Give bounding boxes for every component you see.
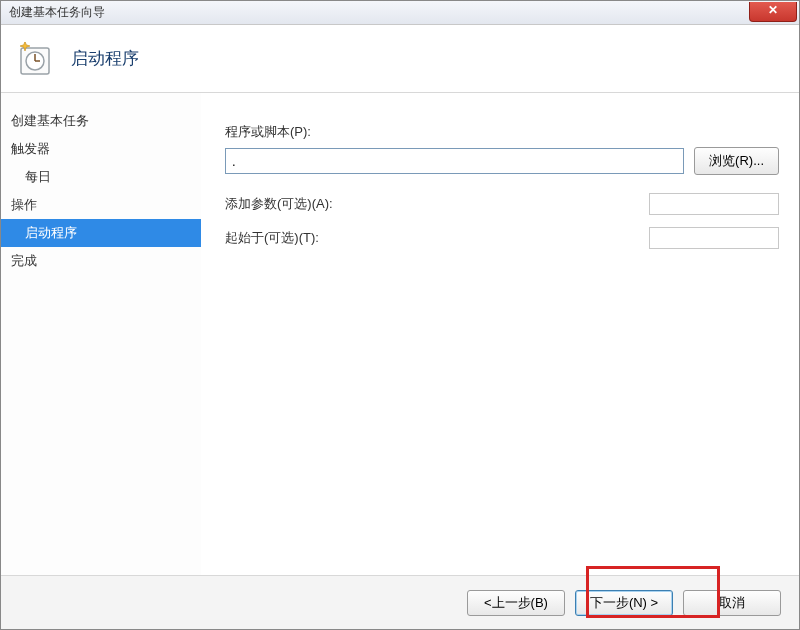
startin-label: 起始于(可选)(T): — [225, 229, 319, 247]
page-title: 启动程序 — [71, 47, 139, 70]
wizard-window: 创建基本任务向导 ✕ 启动程序 创建基本任务 触发器 每日 操作 启动程序 — [0, 0, 800, 630]
step-action: 操作 — [1, 191, 201, 219]
wizard-steps: 创建基本任务 触发器 每日 操作 启动程序 完成 — [1, 93, 201, 575]
step-trigger: 触发器 — [1, 135, 201, 163]
close-icon: ✕ — [768, 3, 778, 17]
cancel-button[interactable]: 取消 — [683, 590, 781, 616]
args-input[interactable] — [649, 193, 779, 215]
args-label: 添加参数(可选)(A): — [225, 195, 333, 213]
script-input[interactable] — [225, 148, 684, 174]
wizard-header: 启动程序 — [1, 25, 799, 93]
script-label: 程序或脚本(P): — [225, 123, 779, 141]
startin-input[interactable] — [649, 227, 779, 249]
back-button[interactable]: <上一步(B) — [467, 590, 565, 616]
browse-button[interactable]: 浏览(R)... — [694, 147, 779, 175]
step-create-task: 创建基本任务 — [1, 107, 201, 135]
window-title: 创建基本任务向导 — [9, 4, 105, 21]
wizard-body: 创建基本任务 触发器 每日 操作 启动程序 完成 程序或脚本(P): 浏览(R)… — [1, 93, 799, 575]
script-row: 浏览(R)... — [225, 147, 779, 175]
args-row: 添加参数(可选)(A): — [225, 193, 779, 215]
next-button[interactable]: 下一步(N) > — [575, 590, 673, 616]
step-trigger-daily: 每日 — [1, 163, 201, 191]
wizard-footer: <上一步(B) 下一步(N) > 取消 — [1, 575, 799, 629]
titlebar: 创建基本任务向导 ✕ — [1, 1, 799, 25]
step-action-start-program: 启动程序 — [1, 219, 201, 247]
close-button[interactable]: ✕ — [749, 2, 797, 22]
startin-row: 起始于(可选)(T): — [225, 227, 779, 249]
step-finish: 完成 — [1, 247, 201, 275]
wizard-form: 程序或脚本(P): 浏览(R)... 添加参数(可选)(A): 起始于(可选)(… — [201, 93, 799, 575]
clock-new-icon — [17, 42, 51, 76]
